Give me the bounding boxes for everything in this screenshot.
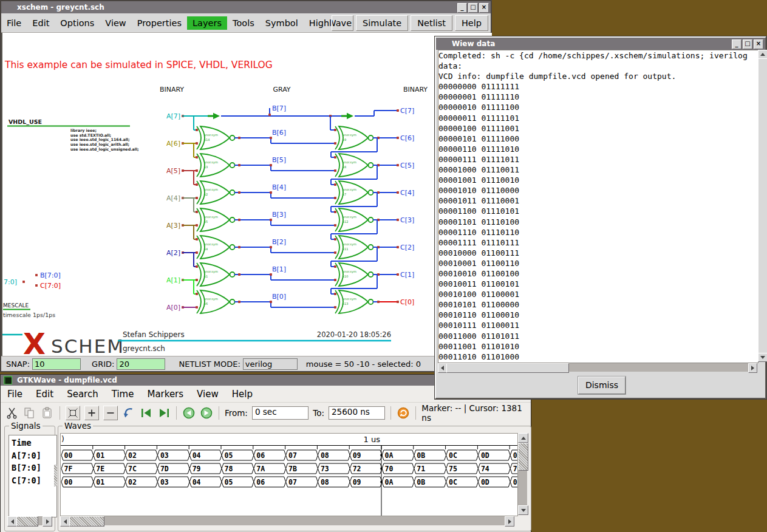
zoom-fit-icon[interactable] (66, 406, 80, 420)
menu-item-search[interactable]: Search (60, 387, 105, 401)
xnor-gate-x12[interactable]: xnor.symx12 (335, 208, 373, 231)
minimize-button[interactable]: _ (457, 3, 467, 13)
menu-item-file[interactable]: File (1, 387, 29, 401)
menu-item-edit[interactable]: Edit (27, 16, 55, 30)
waves-plot[interactable]: )1 us000102030405060708090A0B0C0D0E7F7E7… (61, 434, 517, 516)
xnor-gate-x7[interactable]: xnor.symx7 (335, 181, 373, 204)
zoom-out-icon[interactable] (103, 406, 118, 420)
paste-icon[interactable] (41, 406, 54, 420)
toolbar-separator (219, 406, 219, 420)
xnor-gate-x9[interactable]: xnor.symx9 (335, 126, 373, 149)
svg-text:C[7:0]: C[7:0] (40, 282, 61, 290)
menu-item-view[interactable]: View (190, 387, 225, 401)
xschem-titlebar[interactable]: xschem - greycnt.sch _ □ × (1, 1, 491, 13)
reload-icon[interactable] (397, 406, 410, 420)
wave-button[interactable]: Wave (332, 15, 353, 31)
svg-text:08: 08 (321, 478, 329, 486)
xnor-gate-x5[interactable]: xnor.symx5 (197, 208, 235, 231)
simulation-log-text[interactable]: Completed: sh -c {cd /home/schippes/.xsc… (438, 50, 758, 363)
signals-list[interactable]: Time A[7:0] B[7:0] C[7:0] (9, 435, 57, 517)
menu-item-symbol[interactable]: Symbol (260, 16, 304, 30)
input-net-a-3[interactable]: A[3] (166, 222, 198, 240)
menu-item-markers[interactable]: Markers (140, 387, 190, 401)
close-button[interactable]: × (754, 39, 763, 49)
xnor-gate-x14[interactable]: xnor.symx14 (197, 126, 235, 149)
to-time-input[interactable]: 25600 ns (329, 406, 385, 420)
grid-input[interactable]: 20 (117, 358, 165, 370)
forward-icon[interactable] (200, 406, 213, 420)
xnor-gate-x10[interactable]: xnor.symx10 (335, 263, 373, 286)
xnor-gate-x13[interactable]: xnor.symx13 (335, 290, 373, 313)
menu-item-file[interactable]: File (1, 16, 27, 30)
wave-row-A70[interactable]: 000102030405060708090A0B0C0D0E (61, 450, 517, 460)
menu-item-time[interactable]: Time (105, 387, 141, 401)
xnor-gate-x11[interactable]: xnor.symx11 (335, 236, 373, 259)
menu-item-tools[interactable]: Tools (227, 16, 260, 30)
cursor-dot (380, 468, 382, 469)
prev-transition-icon[interactable] (140, 406, 153, 420)
close-button[interactable]: × (479, 3, 489, 13)
zoom-undo-icon[interactable] (122, 406, 135, 420)
cut-icon[interactable] (5, 406, 19, 420)
waves-vscrollbar[interactable] (518, 433, 527, 515)
wiew-titlebar[interactable]: Wiew data _ □ × (436, 38, 765, 50)
wiew-hscroll-thumb[interactable] (446, 363, 569, 373)
waves-hscrollbar[interactable] (60, 516, 514, 525)
svg-text:Stefan Schippers: Stefan Schippers (123, 330, 185, 339)
netlist-button[interactable]: Netlist (411, 15, 452, 31)
next-transition-icon[interactable] (157, 406, 171, 420)
xnor-gate-x2[interactable]: xnor.symx2 (197, 181, 235, 204)
wiew-vscroll-thumb[interactable] (758, 58, 767, 355)
input-net-a-1[interactable]: A[1] (166, 276, 198, 295)
xnor-gate-x3[interactable]: xnor.symx3 (197, 154, 235, 177)
input-net-a-2[interactable]: A[2] (166, 249, 198, 268)
wiew-vscrollbar[interactable] (758, 50, 766, 362)
wave-row-B70[interactable]: 7F7E7C7D79787A7B73727071757476 (61, 463, 517, 474)
waves-vscroll-thumb[interactable] (518, 443, 528, 471)
copy-icon[interactable] (23, 406, 36, 420)
xnor-gate-x8[interactable]: xnor.symx8 (335, 154, 373, 177)
svg-text:01: 01 (96, 478, 104, 486)
wave-canvas[interactable]: )1 us000102030405060708090A0B0C0D0E7F7E7… (60, 433, 518, 516)
menu-item-edit[interactable]: Edit (29, 387, 60, 401)
dismiss-button[interactable]: Dismiss (578, 377, 626, 394)
pane-splitter[interactable] (54, 465, 57, 486)
xschem-canvas[interactable]: This example can be simulated in SPICE, … (1, 33, 492, 356)
signals-hscrollbar[interactable] (7, 516, 52, 525)
input-net-a-4[interactable]: A[4] (166, 194, 198, 213)
svg-text:0A: 0A (385, 478, 394, 486)
svg-text:A[3]: A[3] (166, 222, 180, 230)
svg-text:03: 03 (160, 451, 169, 460)
wave-row-C70[interactable]: 000102030405060708090A0B0C0D0E (61, 477, 517, 487)
svg-text:7A: 7A (256, 465, 265, 473)
svg-text:C[1]: C[1] (400, 271, 414, 279)
from-time-input[interactable]: 0 sec (252, 406, 309, 420)
waves-hscroll-thumb[interactable] (69, 516, 104, 527)
maximize-button[interactable]: □ (743, 39, 752, 49)
wiew-hscrollbar[interactable] (438, 363, 757, 372)
signals-hscroll-thumb[interactable] (16, 516, 38, 527)
zoom-in-icon[interactable] (84, 406, 99, 420)
svg-text:02: 02 (128, 478, 137, 486)
menu-item-options[interactable]: Options (55, 16, 100, 30)
simulate-button[interactable]: Simulate (356, 15, 408, 31)
input-net-a-5[interactable]: A[5] (166, 167, 198, 186)
menu-item-properties[interactable]: Properties (132, 16, 187, 30)
input-net-a-0[interactable]: A[0] (166, 304, 198, 312)
xnor-gate-x4[interactable]: xnor.symx4 (197, 236, 235, 259)
input-net-a-6[interactable]: A[6] (166, 140, 198, 159)
menu-item-help[interactable]: Help (225, 387, 259, 401)
help-button[interactable]: Help (455, 15, 488, 31)
maximize-button[interactable]: □ (468, 3, 478, 13)
svg-text:74: 74 (481, 465, 489, 473)
svg-text:MESCALE: MESCALE (3, 302, 29, 309)
menu-item-layers[interactable]: Layers (187, 16, 227, 30)
back-icon[interactable] (182, 406, 196, 420)
snap-input[interactable]: 10 (32, 358, 81, 370)
xnor-gate-x1[interactable]: xnor.symx1 (197, 263, 235, 286)
xnor-gate-x6[interactable]: xnor.symx6 (197, 290, 235, 313)
minimize-button[interactable]: _ (732, 39, 741, 49)
netlist-mode-input[interactable]: verilog (243, 358, 298, 370)
xschem-schematic[interactable]: This example can be simulated in SPICE, … (2, 33, 492, 356)
menu-item-view[interactable]: View (100, 16, 131, 30)
